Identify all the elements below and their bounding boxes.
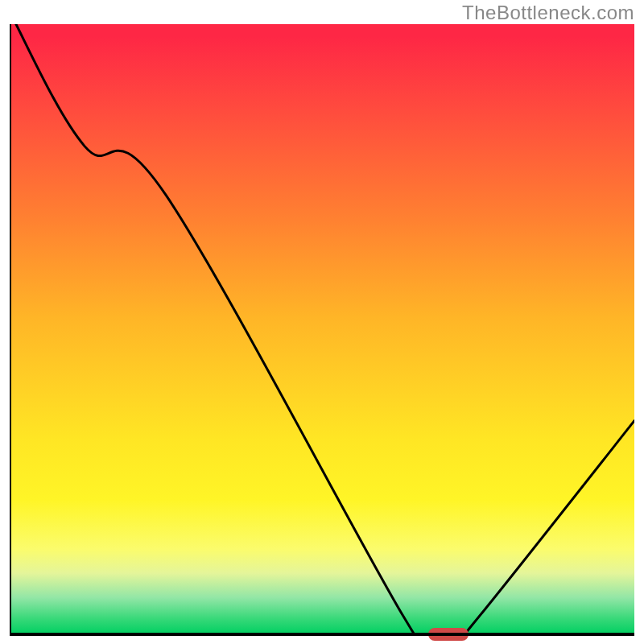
attribution-text: TheBottleneck.com [462, 2, 634, 24]
chart-container: TheBottleneck.com [0, 0, 644, 644]
axes-layer [10, 24, 634, 636]
plot-area [10, 24, 634, 636]
plot-inner [10, 24, 634, 636]
